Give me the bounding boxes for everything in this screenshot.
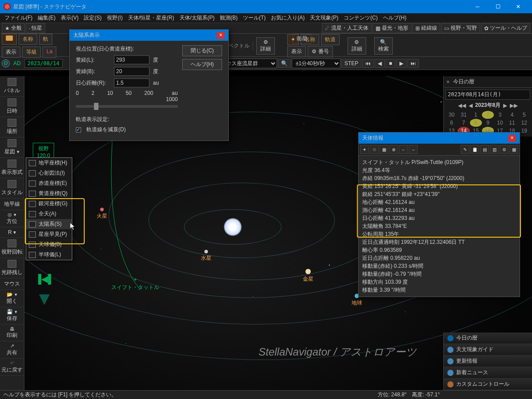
lp-save[interactable]: 💾 ▾保存 [0, 307, 24, 325]
link-news[interactable]: 新着ニュース [444, 367, 532, 379]
lat-input[interactable] [114, 67, 149, 76]
info-tb3[interactable]: ▦ [379, 145, 388, 154]
link-custom[interactable]: カスタムコントロール [444, 379, 532, 390]
magnify-button[interactable]: 🔍 [278, 59, 291, 68]
marker-left[interactable]: ▐◀▌ [35, 274, 54, 284]
forward-button[interactable]: ⏭ [407, 59, 419, 68]
close-button[interactable]: ✕ [508, 0, 528, 13]
link-guide[interactable]: 天文現象ガイド [444, 344, 532, 356]
ctx-solar[interactable]: 太陽系(S) [26, 219, 72, 229]
info-close[interactable]: × [508, 135, 516, 142]
cal-prev2[interactable]: ◀◀ [458, 102, 466, 109]
cal-prev[interactable]: ◀ [469, 102, 473, 109]
name-button[interactable]: 名称 [19, 34, 37, 45]
search-button[interactable]: 🔍検索 [374, 37, 393, 55]
stop-button[interactable]: ■ [386, 59, 395, 68]
rp-close[interactable]: × [446, 79, 450, 85]
step-select[interactable]: ±1分40秒/秒 [292, 59, 340, 68]
link-update[interactable]: 更新情報 [444, 356, 532, 367]
info-tb7[interactable]: ✎ [461, 145, 469, 154]
info-tb9[interactable]: ▤ [480, 145, 489, 154]
planet-mercury[interactable]: 水星 [201, 250, 211, 262]
tab-viewfield[interactable]: ▭ 視野・写野 [441, 23, 480, 33]
lp-r[interactable]: R ▾ [0, 227, 24, 238]
ctx-ecliptic[interactable]: 黄道座標(Q) [26, 188, 72, 199]
dlg-close-btn[interactable]: 閉じる(C) [182, 45, 222, 56]
menu-observe[interactable]: 観測(B) [217, 13, 240, 23]
cal-next[interactable]: ▶ [503, 102, 507, 109]
grade-button[interactable]: 等級 [22, 47, 41, 58]
tab-meteor[interactable]: ☄ 流星・人工天体 [322, 23, 372, 33]
sun[interactable] [224, 218, 242, 236]
menu-phenom[interactable]: 天文現象(P) [307, 13, 341, 23]
menu-settings[interactable]: 設定(S) [81, 13, 104, 23]
lp-style[interactable]: スタイル [0, 178, 24, 199]
menu-fov[interactable]: 視野(I) [104, 13, 125, 23]
sat-display[interactable]: 表示 [287, 46, 306, 57]
ctx-globe[interactable]: 天球儀(B) [26, 239, 72, 250]
maximize-button[interactable]: ☐ [488, 0, 508, 13]
detail-button[interactable]: ⚙詳細 [256, 37, 275, 55]
lp-share[interactable]: ↗共有 [0, 341, 24, 359]
planet-venus[interactable]: 金星 [303, 269, 313, 283]
step-icon[interactable]: STEP [341, 59, 361, 68]
planet-mars[interactable]: 火星 [97, 208, 107, 220]
playback-button[interactable]: ◀ [375, 59, 385, 68]
comet-swift-tuttle[interactable]: +スイフト・タットル [111, 277, 159, 291]
lp-open[interactable]: 📂 ▾開く [0, 290, 24, 307]
info-tb6[interactable]: → [409, 145, 418, 154]
lp-place[interactable]: 場所 [0, 117, 24, 137]
lp-undo[interactable]: ↶元に戻す [0, 359, 24, 376]
minimize-button[interactable]: ─ [467, 0, 488, 13]
link-today[interactable]: 今日の暦 [444, 332, 532, 344]
lp-panel[interactable]: パネル [0, 76, 24, 97]
rewind-button[interactable]: ⏮ [362, 59, 374, 68]
lp-print[interactable]: 🖶印刷 [0, 325, 24, 341]
menu-contents[interactable]: コンテンツ(C) [341, 13, 380, 23]
menu-stars[interactable]: 天体/恒星・星座(R) [125, 13, 177, 23]
ctx-hemisphere[interactable]: 半球儀(L) [26, 250, 72, 260]
menu-solar[interactable]: 天体/太陽系(P) [177, 13, 217, 23]
ctx-planisphere[interactable]: 星座早見(P) [26, 229, 72, 239]
dist-slider[interactable] [76, 105, 178, 108]
menu-tools[interactable]: ツール(T) [240, 13, 268, 23]
dlg-help-btn[interactable]: ヘルプ(H) [182, 59, 222, 70]
la-button[interactable]: La [43, 47, 56, 58]
cal-next2[interactable]: ▶▶ [510, 102, 518, 109]
info-tb10[interactable]: ▥ [490, 145, 499, 154]
info-tb5[interactable]: ← [399, 145, 408, 154]
menu-file[interactable]: ファイル(F) [2, 13, 35, 23]
menu-fav[interactable]: お気に入り(A) [268, 13, 307, 23]
tab-stars[interactable]: · 恒星 [26, 23, 45, 33]
sat-number[interactable]: ⚙ 番号 [308, 46, 332, 57]
sat-orbit[interactable]: 軌道 [321, 34, 340, 45]
lp-mouse[interactable]: マウス [0, 278, 24, 290]
calendar[interactable]: ◀◀◀2023年8月▶▶▶ 303112345 6789101112 13141… [446, 102, 530, 135]
dlg-close[interactable]: × [217, 32, 225, 39]
info-tb11[interactable]: ⚙ [500, 145, 509, 154]
dist-input[interactable] [114, 78, 149, 87]
ctx-horizon[interactable]: 地平座標(H) [26, 158, 72, 168]
dim-orbit-check[interactable] [76, 127, 81, 133]
menu-view[interactable]: 表示(V) [58, 13, 81, 23]
tab-toolhelp[interactable]: ✿ ツール・ヘルプ [481, 23, 530, 33]
lp-datetime[interactable]: 日時 [0, 97, 24, 117]
info-tb8[interactable]: 📋 [470, 145, 479, 154]
ctx-allsky[interactable]: 全天(A) [26, 209, 72, 219]
clock-icon[interactable]: Θ [2, 59, 10, 67]
ctx-equatorial[interactable]: 赤道座標(E) [26, 178, 72, 188]
info-tb4[interactable]: ⊕ [389, 145, 398, 154]
info-tb2[interactable]: ☉ [370, 145, 379, 154]
lp-displaymode[interactable]: 表示形式 [0, 158, 24, 178]
lp-rotate[interactable]: 視野回転 [0, 238, 24, 258]
detail2-button[interactable]: ⚙詳細 [348, 37, 366, 55]
ctx-gnomonic[interactable]: 心射図法(I) [26, 168, 72, 178]
lp-azimuth[interactable]: ◎ ▾方位 [0, 210, 24, 227]
lp-trail[interactable]: 光跡残し [0, 258, 24, 278]
tab-grid[interactable]: ⊞ 経緯線 [412, 23, 440, 33]
ctx-galactic[interactable]: 銀河座標(G) [26, 199, 72, 209]
tab-daylight[interactable]: ▦ 昼光・地形 [372, 23, 411, 33]
display-label[interactable]: 表示 [2, 47, 20, 58]
display-toggle[interactable] [2, 34, 17, 45]
date-display[interactable]: 2023/08/14 [24, 59, 63, 68]
